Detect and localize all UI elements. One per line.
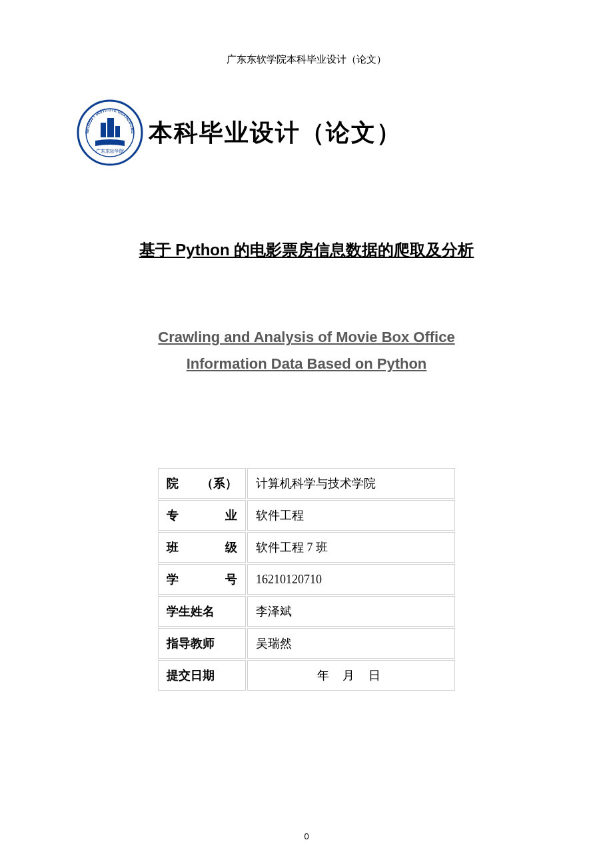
value-major: 软件工程 bbox=[247, 500, 455, 531]
value-class: 软件工程 7 班 bbox=[247, 532, 455, 563]
thesis-title-english: Crawling and Analysis of Movie Box Offic… bbox=[77, 324, 536, 377]
value-advisor: 吴瑞然 bbox=[247, 628, 455, 659]
label-department: 院 （系） bbox=[158, 468, 246, 499]
label-advisor: 指导教师 bbox=[158, 628, 246, 659]
title-row: NEUSOFT INSTITUTE GUANGDONG 广东东软学院 本科毕业设… bbox=[77, 99, 536, 166]
value-department: 计算机科学与技术学院 bbox=[247, 468, 455, 499]
document-page: 广东东软学院本科毕业设计（论文） NEUSOFT INSTITUTE GUANG… bbox=[0, 0, 613, 868]
value-student-id: 16210120710 bbox=[247, 564, 455, 595]
institution-logo: NEUSOFT INSTITUTE GUANGDONG 广东东软学院 bbox=[77, 99, 143, 166]
svg-text:广东东软学院: 广东东软学院 bbox=[96, 149, 124, 154]
table-row: 指导教师 吴瑞然 bbox=[158, 628, 455, 659]
thesis-title-chinese: 基于 Python 的电影票房信息数据的爬取及分析 bbox=[77, 239, 536, 261]
svg-rect-4 bbox=[107, 118, 114, 137]
value-student-name: 李泽斌 bbox=[247, 596, 455, 627]
table-row: 专 业 软件工程 bbox=[158, 500, 455, 531]
table-row: 院 （系） 计算机科学与技术学院 bbox=[158, 468, 455, 499]
main-title: 本科毕业设计（论文） bbox=[149, 117, 402, 149]
table-row: 学 号 16210120710 bbox=[158, 564, 455, 595]
label-class: 班 级 bbox=[158, 532, 246, 563]
label-student-name: 学生姓名 bbox=[158, 596, 246, 627]
label-student-id: 学 号 bbox=[158, 564, 246, 595]
label-submit-date: 提交日期 bbox=[158, 660, 246, 691]
svg-rect-5 bbox=[115, 126, 120, 137]
running-header: 广东东软学院本科毕业设计（论文） bbox=[77, 53, 536, 66]
thesis-title-english-line2: Information Data Based on Python bbox=[187, 355, 427, 372]
table-row: 提交日期 年 月 日 bbox=[158, 660, 455, 691]
table-row: 班 级 软件工程 7 班 bbox=[158, 532, 455, 563]
svg-rect-3 bbox=[101, 123, 106, 137]
table-row: 学生姓名 李泽斌 bbox=[158, 596, 455, 627]
label-major: 专 业 bbox=[158, 500, 246, 531]
info-table: 院 （系） 计算机科学与技术学院 专 业 软件工程 班 级 软件 bbox=[157, 467, 456, 692]
thesis-title-english-line1: Crawling and Analysis of Movie Box Offic… bbox=[158, 329, 454, 345]
page-number: 0 bbox=[0, 831, 613, 841]
value-submit-date: 年 月 日 bbox=[247, 660, 455, 691]
